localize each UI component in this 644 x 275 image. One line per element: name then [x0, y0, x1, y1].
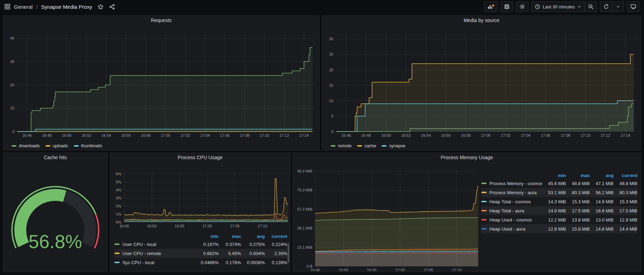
y-tick-label: 5 — [331, 114, 333, 118]
panel-title-process-memory[interactable]: Process Memory Usage — [293, 153, 641, 163]
series-area-synapse — [336, 101, 634, 132]
x-tick-label: 16:58 — [141, 133, 151, 138]
legend-column-current[interactable]: current — [265, 234, 287, 239]
legend-column-current[interactable]: current — [614, 173, 637, 178]
requests-chart[interactable]: 01020304016:4616:4816:5016:5216:5416:561… — [3, 26, 319, 141]
legend-item-cache[interactable]: cache — [357, 143, 376, 148]
y-tick-label: 2% — [116, 204, 121, 208]
add-panel-button[interactable] — [484, 1, 498, 12]
legend-table-header: minmaxavgcurrent — [481, 172, 637, 179]
legend-item-downloads[interactable]: downloads — [12, 143, 40, 148]
series-color-swatch — [481, 192, 487, 193]
requests-legend: downloadsuploadsthumbnails — [12, 143, 102, 148]
chevron-down-icon — [577, 5, 581, 9]
legend-item-label: remote — [338, 143, 352, 148]
media-by-source-legend: remotecachesynapse — [331, 143, 405, 148]
legend-row[interactable]: User CPU - local0.197%0.374%0.275%0.224% — [114, 240, 287, 249]
stat-current: 2.30% — [265, 251, 287, 256]
stat-min: 0.197% — [193, 242, 219, 247]
stat-min: 53.1 MiB — [542, 190, 566, 195]
stat-current: 48.8 MiB — [614, 181, 637, 186]
legend-column-min[interactable]: min — [193, 234, 219, 239]
series-name: User CPU - local — [122, 242, 156, 247]
x-tick-label: 17:02 — [181, 133, 190, 138]
x-tick-label: 16:46 — [22, 133, 32, 138]
legend-column-avg[interactable]: avg — [590, 173, 614, 178]
legend-item-thumbnails[interactable]: thumbnails — [74, 143, 102, 148]
refresh-controls — [600, 1, 624, 12]
series-area-user-cpu-remote — [124, 178, 288, 222]
x-tick-label: 17:04 — [200, 133, 210, 138]
x-tick-label: 16:46 — [341, 133, 351, 138]
legend-row[interactable]: Heap Used - cosmos12.2 MiB13.8 MiB13.0 M… — [481, 215, 637, 224]
x-tick-label: 16:52 — [82, 133, 91, 138]
media-by-source-chart[interactable]: 05101520253016:4616:4816:5016:5216:5416:… — [322, 26, 641, 141]
monitor-icon — [630, 4, 636, 9]
x-tick-label: 17:14 — [299, 133, 309, 138]
legend-column-min[interactable]: min — [542, 173, 566, 178]
panel-title-requests[interactable]: Requests — [3, 16, 319, 26]
dashboard-settings-button[interactable] — [516, 1, 529, 12]
favorite-button[interactable] — [98, 4, 104, 10]
refresh-button[interactable] — [600, 1, 613, 12]
save-dashboard-button[interactable] — [501, 1, 513, 12]
y-tick-label: 3% — [116, 196, 121, 200]
stat-max: 15.8 MiB — [566, 226, 590, 232]
x-tick-label: 17:10 — [258, 224, 268, 228]
stat-min: 12.8 MiB — [542, 226, 566, 232]
refresh-interval-dropdown[interactable] — [612, 1, 624, 12]
legend-row[interactable]: Process Memory - cosmos45.6 MiB48.8 MiB4… — [481, 179, 637, 188]
x-tick-label: 17:08 — [240, 133, 250, 138]
legend-column-max[interactable]: max — [219, 234, 241, 239]
series-color-swatch — [12, 145, 16, 147]
series-name: Process Memory - aura — [489, 190, 537, 195]
legend-row[interactable]: Process Memory - aura53.1 MiB80.3 MiB56.… — [481, 188, 637, 197]
zoom-out-icon — [588, 4, 594, 9]
series-color-swatch — [481, 183, 487, 184]
dashboard-title[interactable]: Synapse Media Proxy — [41, 4, 92, 10]
process-memory-legend-table: minmaxavgcurrentProcess Memory - cosmos4… — [481, 172, 637, 233]
legend-column-avg[interactable]: avg — [241, 234, 265, 239]
breadcrumb-folder[interactable]: General — [14, 4, 33, 10]
legend-scrollbar[interactable] — [288, 243, 289, 263]
panel-requests: Requests 01020304016:4616:4816:5016:5216… — [3, 15, 320, 150]
time-range-picker[interactable]: Last 30 minutes — [531, 1, 585, 12]
x-tick-label: 16:48 — [42, 133, 52, 138]
zoom-out-time-button[interactable] — [585, 1, 597, 12]
x-tick-label: 16:58 — [461, 133, 471, 138]
legend-row[interactable]: User CPU - remote0.682%5.45%0.934%2.30% — [114, 249, 287, 258]
series-name: Process Memory - cosmos — [489, 181, 542, 186]
panel-process-memory: Process Memory Usage 0 B19.1 MiB38.1 MiB… — [292, 153, 641, 272]
legend-row[interactable]: Sys CPU - local0.0466%0.176%0.0938%0.139… — [114, 258, 287, 267]
panel-title-process-cpu[interactable]: Process CPU Usage — [110, 153, 290, 163]
x-tick-label: 17:10 — [452, 268, 462, 271]
y-tick-label: 0 — [12, 129, 14, 134]
stat-current: 15.3 MiB — [614, 199, 637, 204]
stat-avg: 0.934% — [241, 251, 265, 256]
stat-avg: 14.9 MiB — [590, 199, 614, 204]
legend-row[interactable]: Heap Total - aura14.8 MiB17.5 MiB16.6 Mi… — [481, 206, 637, 215]
add-panel-icon — [487, 4, 494, 9]
series-color-swatch — [45, 145, 50, 147]
legend-column-max[interactable]: max — [566, 173, 590, 178]
series-name: Sys CPU - local — [122, 260, 154, 265]
x-tick-label: 16:45 — [119, 224, 129, 228]
legend-row[interactable]: Heap Total - cosmos14.3 MiB15.3 MiB14.9 … — [481, 197, 637, 206]
legend-item-remote[interactable]: remote — [331, 143, 352, 148]
legend-item-synapse[interactable]: synapse — [382, 143, 405, 148]
y-tick-label: 5% — [116, 180, 121, 184]
legend-row[interactable]: Heap Used - aura12.8 MiB15.8 MiB14.8 MiB… — [481, 224, 637, 233]
process-cpu-chart[interactable]: 0%1%2%3%4%5%6%16:4516:5016:5517:0017:051… — [110, 163, 290, 229]
y-tick-label: 25 — [329, 52, 333, 56]
stat-avg: 16.6 MiB — [590, 208, 614, 213]
refresh-icon — [603, 4, 609, 9]
process-memory-chart[interactable]: 0 B19.1 MiB38.1 MiB57.2 MiB76.3 MiB95.4 … — [293, 163, 481, 271]
legend-item-uploads[interactable]: uploads — [45, 143, 68, 148]
series-name: Heap Used - aura — [489, 226, 525, 232]
y-tick-label: 20 — [10, 83, 14, 87]
share-button[interactable] — [109, 4, 115, 10]
y-tick-label: 10 — [329, 99, 333, 103]
panel-title-media-by-source[interactable]: Media by source — [322, 16, 641, 26]
cycle-view-mode-button[interactable] — [627, 1, 640, 12]
x-tick-label: 16:52 — [401, 133, 411, 138]
